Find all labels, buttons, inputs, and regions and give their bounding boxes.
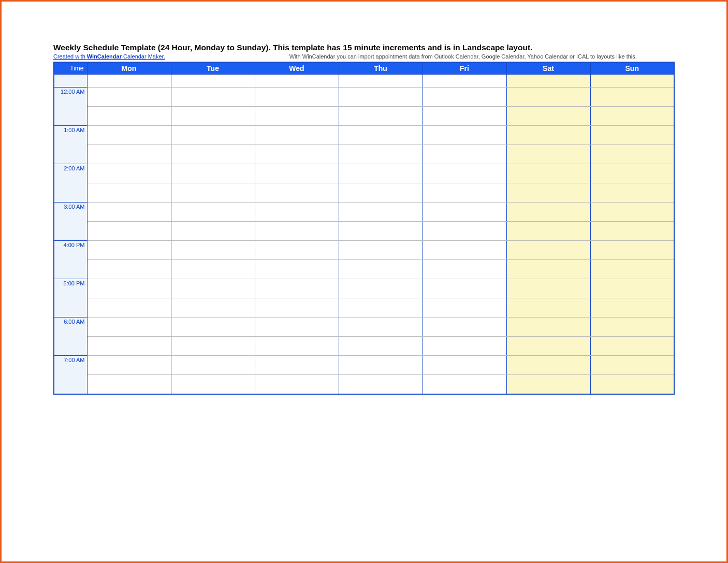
schedule-cell[interactable] — [590, 279, 674, 298]
schedule-cell[interactable] — [423, 164, 506, 183]
schedule-cell[interactable] — [339, 375, 423, 395]
schedule-cell[interactable] — [506, 317, 590, 337]
schedule-cell[interactable] — [590, 107, 674, 126]
schedule-cell[interactable] — [506, 337, 590, 356]
schedule-cell[interactable] — [87, 145, 171, 164]
schedule-cell[interactable] — [590, 260, 674, 279]
schedule-cell[interactable] — [171, 375, 255, 395]
schedule-cell[interactable] — [506, 241, 590, 260]
schedule-cell[interactable] — [423, 317, 506, 337]
schedule-cell[interactable] — [171, 356, 255, 375]
schedule-cell[interactable] — [171, 279, 255, 298]
created-with-link[interactable]: Created with WinCalendar Calendar Maker. — [53, 53, 165, 60]
schedule-cell[interactable] — [87, 222, 171, 241]
schedule-cell[interactable] — [339, 75, 423, 88]
schedule-cell[interactable] — [171, 222, 255, 241]
schedule-cell[interactable] — [87, 260, 171, 279]
schedule-cell[interactable] — [590, 75, 674, 88]
schedule-cell[interactable] — [255, 260, 339, 279]
schedule-cell[interactable] — [171, 241, 255, 260]
schedule-cell[interactable] — [590, 337, 674, 356]
schedule-cell[interactable] — [171, 337, 255, 356]
schedule-cell[interactable] — [590, 145, 674, 164]
schedule-cell[interactable] — [423, 337, 506, 356]
schedule-cell[interactable] — [255, 88, 339, 107]
schedule-cell[interactable] — [87, 75, 171, 88]
schedule-cell[interactable] — [339, 183, 423, 203]
schedule-cell[interactable] — [171, 298, 255, 317]
schedule-cell[interactable] — [506, 375, 590, 395]
schedule-cell[interactable] — [339, 356, 423, 375]
schedule-cell[interactable] — [87, 203, 171, 222]
schedule-cell[interactable] — [339, 222, 423, 241]
schedule-cell[interactable] — [87, 183, 171, 203]
schedule-cell[interactable] — [423, 375, 506, 395]
schedule-cell[interactable] — [423, 298, 506, 317]
schedule-cell[interactable] — [171, 183, 255, 203]
schedule-cell[interactable] — [339, 203, 423, 222]
schedule-cell[interactable] — [590, 88, 674, 107]
schedule-cell[interactable] — [506, 126, 590, 145]
schedule-cell[interactable] — [339, 317, 423, 337]
schedule-cell[interactable] — [423, 356, 506, 375]
schedule-cell[interactable] — [171, 260, 255, 279]
schedule-cell[interactable] — [255, 298, 339, 317]
schedule-cell[interactable] — [423, 203, 506, 222]
schedule-cell[interactable] — [171, 126, 255, 145]
schedule-cell[interactable] — [339, 164, 423, 183]
schedule-cell[interactable] — [423, 222, 506, 241]
schedule-cell[interactable] — [506, 75, 590, 88]
schedule-cell[interactable] — [171, 317, 255, 337]
schedule-cell[interactable] — [87, 356, 171, 375]
schedule-cell[interactable] — [339, 88, 423, 107]
schedule-cell[interactable] — [590, 164, 674, 183]
schedule-cell[interactable] — [590, 126, 674, 145]
schedule-cell[interactable] — [339, 279, 423, 298]
schedule-cell[interactable] — [87, 88, 171, 107]
schedule-cell[interactable] — [506, 222, 590, 241]
schedule-cell[interactable] — [87, 164, 171, 183]
schedule-cell[interactable] — [339, 145, 423, 164]
schedule-cell[interactable] — [590, 222, 674, 241]
schedule-cell[interactable] — [506, 203, 590, 222]
schedule-cell[interactable] — [423, 260, 506, 279]
schedule-cell[interactable] — [171, 75, 255, 88]
schedule-cell[interactable] — [171, 145, 255, 164]
schedule-cell[interactable] — [506, 260, 590, 279]
schedule-cell[interactable] — [590, 241, 674, 260]
schedule-cell[interactable] — [506, 279, 590, 298]
schedule-cell[interactable] — [590, 298, 674, 317]
schedule-cell[interactable] — [423, 107, 506, 126]
schedule-cell[interactable] — [171, 164, 255, 183]
schedule-cell[interactable] — [255, 164, 339, 183]
schedule-cell[interactable] — [171, 88, 255, 107]
schedule-cell[interactable] — [87, 107, 171, 126]
schedule-cell[interactable] — [255, 279, 339, 298]
schedule-cell[interactable] — [255, 126, 339, 145]
schedule-cell[interactable] — [87, 317, 171, 337]
schedule-cell[interactable] — [339, 337, 423, 356]
schedule-cell[interactable] — [506, 145, 590, 164]
schedule-cell[interactable] — [255, 75, 339, 88]
schedule-cell[interactable] — [339, 107, 423, 126]
schedule-cell[interactable] — [255, 203, 339, 222]
schedule-cell[interactable] — [255, 107, 339, 126]
schedule-cell[interactable] — [590, 356, 674, 375]
schedule-cell[interactable] — [423, 126, 506, 145]
schedule-cell[interactable] — [87, 279, 171, 298]
schedule-cell[interactable] — [87, 337, 171, 356]
schedule-cell[interactable] — [423, 183, 506, 203]
schedule-cell[interactable] — [506, 107, 590, 126]
schedule-cell[interactable] — [590, 183, 674, 203]
schedule-cell[interactable] — [423, 88, 506, 107]
schedule-cell[interactable] — [171, 107, 255, 126]
schedule-cell[interactable] — [590, 375, 674, 395]
schedule-cell[interactable] — [87, 375, 171, 395]
schedule-cell[interactable] — [506, 298, 590, 317]
schedule-cell[interactable] — [255, 337, 339, 356]
schedule-cell[interactable] — [423, 279, 506, 298]
schedule-cell[interactable] — [590, 203, 674, 222]
schedule-cell[interactable] — [339, 241, 423, 260]
schedule-cell[interactable] — [171, 203, 255, 222]
schedule-cell[interactable] — [255, 356, 339, 375]
